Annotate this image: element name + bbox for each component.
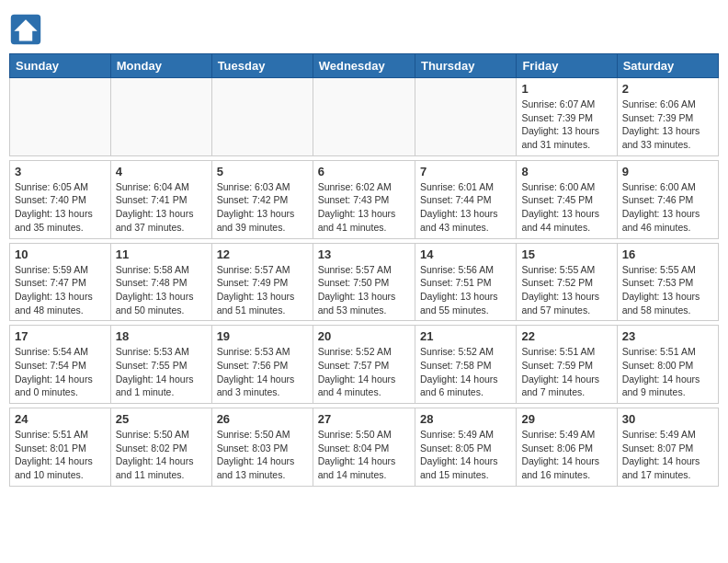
calendar-cell: 28Sunrise: 5:49 AM Sunset: 8:05 PM Dayli… — [415, 408, 516, 487]
logo — [9, 13, 46, 46]
weekday-header-monday: Monday — [110, 54, 211, 78]
day-number: 12 — [217, 247, 308, 261]
weekday-header-thursday: Thursday — [415, 54, 516, 78]
weekday-header-wednesday: Wednesday — [313, 54, 415, 78]
day-number: 29 — [521, 412, 611, 426]
calendar-cell: 6Sunrise: 6:02 AM Sunset: 7:43 PM Daylig… — [313, 160, 415, 238]
day-info: Sunrise: 5:56 AM Sunset: 7:51 PM Dayligh… — [420, 263, 511, 317]
day-number: 1 — [521, 82, 611, 96]
weekday-header-saturday: Saturday — [617, 54, 718, 78]
day-info: Sunrise: 6:04 AM Sunset: 7:41 PM Dayligh… — [116, 180, 207, 235]
day-number: 21 — [420, 329, 511, 343]
day-info: Sunrise: 5:55 AM Sunset: 7:52 PM Dayligh… — [521, 263, 611, 317]
day-info: Sunrise: 5:53 AM Sunset: 7:56 PM Dayligh… — [217, 345, 308, 399]
day-info: Sunrise: 5:58 AM Sunset: 7:48 PM Dayligh… — [116, 263, 207, 317]
calendar-cell: 13Sunrise: 5:57 AM Sunset: 7:50 PM Dayli… — [313, 243, 415, 321]
day-number: 11 — [116, 247, 207, 261]
calendar-cell: 25Sunrise: 5:50 AM Sunset: 8:02 PM Dayli… — [110, 408, 211, 487]
day-number: 9 — [622, 165, 713, 178]
day-number: 13 — [318, 247, 410, 261]
calendar-cell: 14Sunrise: 5:56 AM Sunset: 7:51 PM Dayli… — [415, 243, 516, 321]
calendar-cell — [415, 78, 516, 156]
day-info: Sunrise: 6:02 AM Sunset: 7:43 PM Dayligh… — [318, 180, 410, 235]
calendar-week-row: 10Sunrise: 5:59 AM Sunset: 7:47 PM Dayli… — [10, 243, 719, 321]
day-info: Sunrise: 5:57 AM Sunset: 7:50 PM Dayligh… — [318, 263, 410, 317]
day-info: Sunrise: 6:05 AM Sunset: 7:40 PM Dayligh… — [15, 180, 106, 235]
weekday-header-row: SundayMondayTuesdayWednesdayThursdayFrid… — [10, 54, 719, 78]
calendar-cell: 4Sunrise: 6:04 AM Sunset: 7:41 PM Daylig… — [110, 160, 211, 238]
calendar-cell: 20Sunrise: 5:52 AM Sunset: 7:57 PM Dayli… — [313, 326, 415, 404]
day-number: 23 — [622, 329, 713, 343]
day-number: 30 — [622, 412, 713, 426]
day-number: 18 — [116, 329, 207, 343]
day-number: 22 — [521, 329, 611, 343]
calendar-cell: 19Sunrise: 5:53 AM Sunset: 7:56 PM Dayli… — [211, 326, 313, 404]
day-number: 7 — [420, 165, 511, 178]
day-number: 14 — [420, 247, 511, 261]
calendar-cell: 16Sunrise: 5:55 AM Sunset: 7:53 PM Dayli… — [617, 243, 718, 321]
calendar-cell: 3Sunrise: 6:05 AM Sunset: 7:40 PM Daylig… — [10, 160, 111, 238]
calendar-cell: 12Sunrise: 5:57 AM Sunset: 7:49 PM Dayli… — [211, 243, 313, 321]
day-info: Sunrise: 5:50 AM Sunset: 8:03 PM Dayligh… — [217, 428, 308, 482]
calendar-cell: 9Sunrise: 6:00 AM Sunset: 7:46 PM Daylig… — [617, 160, 718, 238]
day-info: Sunrise: 6:03 AM Sunset: 7:42 PM Dayligh… — [217, 180, 308, 235]
day-number: 15 — [521, 247, 611, 261]
day-info: Sunrise: 5:51 AM Sunset: 8:00 PM Dayligh… — [622, 345, 713, 399]
day-number: 25 — [116, 412, 207, 426]
calendar-cell: 30Sunrise: 5:49 AM Sunset: 8:07 PM Dayli… — [617, 408, 718, 487]
calendar-week-row: 17Sunrise: 5:54 AM Sunset: 7:54 PM Dayli… — [10, 326, 719, 404]
day-info: Sunrise: 5:49 AM Sunset: 8:06 PM Dayligh… — [521, 428, 611, 482]
weekday-header-sunday: Sunday — [10, 54, 111, 78]
calendar-table: SundayMondayTuesdayWednesdayThursdayFrid… — [9, 53, 719, 487]
calendar-cell — [10, 78, 111, 156]
calendar-cell: 5Sunrise: 6:03 AM Sunset: 7:42 PM Daylig… — [211, 160, 313, 238]
day-info: Sunrise: 5:52 AM Sunset: 7:57 PM Dayligh… — [318, 345, 410, 399]
calendar-cell: 22Sunrise: 5:51 AM Sunset: 7:59 PM Dayli… — [517, 326, 617, 404]
day-info: Sunrise: 6:01 AM Sunset: 7:44 PM Dayligh… — [420, 180, 511, 235]
day-info: Sunrise: 5:57 AM Sunset: 7:49 PM Dayligh… — [217, 263, 308, 317]
day-number: 28 — [420, 412, 511, 426]
calendar-cell: 27Sunrise: 5:50 AM Sunset: 8:04 PM Dayli… — [313, 408, 415, 487]
calendar-week-row: 1Sunrise: 6:07 AM Sunset: 7:39 PM Daylig… — [10, 78, 719, 156]
day-info: Sunrise: 6:00 AM Sunset: 7:45 PM Dayligh… — [521, 180, 611, 235]
calendar-cell: 24Sunrise: 5:51 AM Sunset: 8:01 PM Dayli… — [10, 408, 111, 487]
calendar-cell: 23Sunrise: 5:51 AM Sunset: 8:00 PM Dayli… — [617, 326, 718, 404]
calendar-cell — [110, 78, 211, 156]
calendar-cell: 21Sunrise: 5:52 AM Sunset: 7:58 PM Dayli… — [415, 326, 516, 404]
day-info: Sunrise: 5:53 AM Sunset: 7:55 PM Dayligh… — [116, 345, 207, 399]
day-number: 17 — [15, 329, 106, 343]
day-number: 27 — [318, 412, 410, 426]
weekday-header-friday: Friday — [517, 54, 617, 78]
day-info: Sunrise: 5:50 AM Sunset: 8:02 PM Dayligh… — [116, 428, 207, 482]
calendar-cell: 26Sunrise: 5:50 AM Sunset: 8:03 PM Dayli… — [211, 408, 313, 487]
day-number: 19 — [217, 329, 308, 343]
day-number: 26 — [217, 412, 308, 426]
calendar-cell: 11Sunrise: 5:58 AM Sunset: 7:48 PM Dayli… — [110, 243, 211, 321]
calendar-cell: 7Sunrise: 6:01 AM Sunset: 7:44 PM Daylig… — [415, 160, 516, 238]
day-info: Sunrise: 5:51 AM Sunset: 7:59 PM Dayligh… — [521, 345, 611, 399]
day-info: Sunrise: 5:54 AM Sunset: 7:54 PM Dayligh… — [15, 345, 106, 399]
day-number: 2 — [622, 82, 713, 96]
day-number: 20 — [318, 329, 410, 343]
day-info: Sunrise: 6:07 AM Sunset: 7:39 PM Dayligh… — [521, 98, 611, 152]
day-number: 8 — [521, 165, 611, 178]
day-info: Sunrise: 5:52 AM Sunset: 7:58 PM Dayligh… — [420, 345, 511, 399]
day-info: Sunrise: 5:50 AM Sunset: 8:04 PM Dayligh… — [318, 428, 410, 482]
day-info: Sunrise: 5:55 AM Sunset: 7:53 PM Dayligh… — [622, 263, 713, 317]
calendar-cell — [211, 78, 313, 156]
day-info: Sunrise: 6:00 AM Sunset: 7:46 PM Dayligh… — [622, 180, 713, 235]
day-info: Sunrise: 5:59 AM Sunset: 7:47 PM Dayligh… — [15, 263, 106, 317]
day-number: 5 — [217, 165, 308, 178]
calendar-cell: 17Sunrise: 5:54 AM Sunset: 7:54 PM Dayli… — [10, 326, 111, 404]
day-info: Sunrise: 5:49 AM Sunset: 8:07 PM Dayligh… — [622, 428, 713, 482]
day-number: 16 — [622, 247, 713, 261]
calendar-cell: 1Sunrise: 6:07 AM Sunset: 7:39 PM Daylig… — [517, 78, 617, 156]
page-header — [9, 9, 719, 46]
calendar-cell: 8Sunrise: 6:00 AM Sunset: 7:45 PM Daylig… — [517, 160, 617, 238]
calendar-week-row: 3Sunrise: 6:05 AM Sunset: 7:40 PM Daylig… — [10, 160, 719, 238]
calendar-cell: 15Sunrise: 5:55 AM Sunset: 7:52 PM Dayli… — [517, 243, 617, 321]
day-number: 3 — [15, 165, 106, 178]
weekday-header-tuesday: Tuesday — [211, 54, 313, 78]
calendar-cell: 2Sunrise: 6:06 AM Sunset: 7:39 PM Daylig… — [617, 78, 718, 156]
day-info: Sunrise: 6:06 AM Sunset: 7:39 PM Dayligh… — [622, 98, 713, 152]
